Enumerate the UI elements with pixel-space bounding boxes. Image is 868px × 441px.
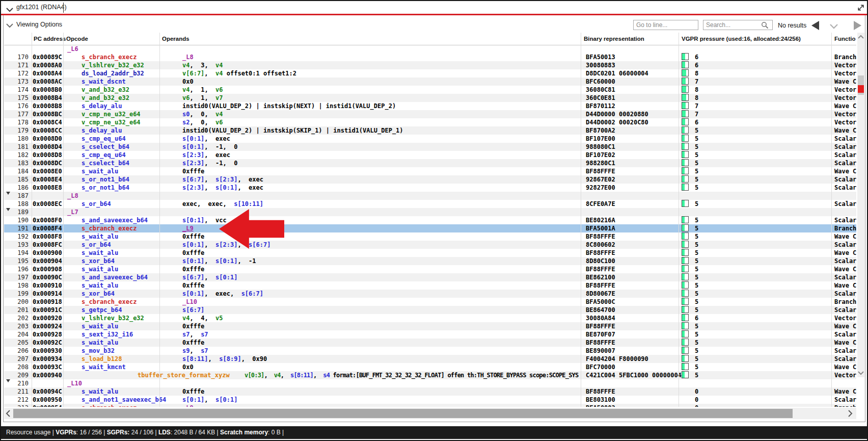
header-operands[interactable]: Operands [162,33,189,45]
disasm-row[interactable]: 1730x0008ACs_wait_dscnt0x0BFC600007Wave … [4,77,856,86]
collapse-triangle-icon[interactable] [6,379,10,382]
disasm-row[interactable]: 1860x0008E8s_or_not1_b64s[2:3], s[0:1], … [4,184,856,192]
disasm-row[interactable]: 2000x000918s_cbranch_execz_L10BFA5000C5B… [4,298,856,306]
disasm-row[interactable]: 1930x0008FCs_or_b64s[0:1], s[2:3], s[6:7… [4,241,856,249]
collapse-triangle-icon[interactable] [6,208,10,211]
vgpr-pressure-bar [682,298,689,305]
disasm-row[interactable]: 1750x0008B4v_and_b32_e32v6, 1, v7360C0E8… [4,94,856,102]
collapse-triangle-icon[interactable] [6,192,10,195]
branch-target-link[interactable]: _L9 [182,225,194,232]
disasm-row[interactable]: 1980x000910s_wait_alu0xfffeBF88FFFE5Wave… [4,281,856,290]
next-match-button[interactable] [854,21,861,30]
disasm-row[interactable]: 1900x0008F0s_and_saveexec_b64s[0:1], vcc… [4,216,856,224]
disasm-row[interactable]: 1800x0008D0s_cmp_eq_u64s[0:1], execBF107… [4,135,856,143]
disasm-row[interactable]: 1950x000904s_xor_b64s[0:1], s[0:1], -18D… [4,257,856,265]
scroll-down-icon[interactable] [857,369,864,376]
pc-address: 0x0008EC [33,200,62,208]
disasm-row[interactable]: 1810x0008D4s_cselect_b64s[0:1], -1, 0988… [4,143,856,151]
scroll-left-icon[interactable] [5,409,11,420]
disasm-row[interactable]: 1990x000914s_xor_b64s[0:1], exec, s[6:7]… [4,290,856,298]
opcode-cell: s_cselect_b64 [82,143,129,151]
label-row[interactable]: 189_L7 [4,208,856,216]
disasm-row[interactable]: 2120x000950s_and_not1_saveexec_b64s[0:1]… [4,396,856,404]
disasm-row[interactable]: 2030x000924s_wait_alu0xfffeBF88FFFE5Wave… [4,322,856,330]
branch-label[interactable]: _L6 [67,45,78,53]
horizontal-scrollbar-thumb[interactable] [13,409,793,418]
header-opcode[interactable]: Opcode [66,33,88,45]
disasm-row[interactable]: 2110x00094Cs_wait_alu0xfffeBF88FFFE0Wave… [4,387,856,396]
operands-cell: s[0:1], vcc [182,216,227,224]
opcode-cell: s_wait_alu [82,232,118,241]
header-vgpr-pressure[interactable]: VGPR pressure (used:16, allocated:24/256… [682,33,801,45]
opcode-cell: ds_load_2addr_b32 [82,69,144,77]
line-number: 171 [11,61,29,69]
branch-label[interactable]: _L8 [67,192,78,200]
disasm-row[interactable]: 2080x00093Cs_wait_kmcnt0x0BFC700005Wave … [4,363,856,371]
vgpr-pressure-bar-fill [682,86,686,92]
disasm-row[interactable]: 2060x000930s_mov_b32s9, s7BE8900075Scala… [4,347,856,355]
branch-label[interactable]: _L10 [67,379,82,387]
scroll-right-icon[interactable] [847,409,853,420]
viewing-options-chevron-icon[interactable] [6,21,14,30]
search-options-chevron-icon[interactable] [829,22,838,32]
goto-line-input[interactable] [633,20,698,30]
tab-chevron-down-icon[interactable] [6,5,14,14]
expand-diagonal-icon[interactable] [857,4,865,12]
disasm-row[interactable]: 1740x0008B0v_and_b32_e32v4, 1, v636080C8… [4,86,856,94]
operands-cell: 0xfffe [182,249,204,257]
disasm-row[interactable]: 2040x000928s_sext_i32_i16s7, s7BE870F075… [4,330,856,339]
previous-match-button[interactable] [811,21,819,30]
disasm-row[interactable]: 2010x00091Cs_getpc_b64s[6:7]BE8647005Sca… [4,306,856,314]
disasm-row[interactable]: 1940x000900s_wait_alu0xfffeBF88FFFE5Wave… [4,249,856,257]
pc-address: 0x0008FC [33,241,62,249]
operands-cell: instid0(VALU_DEP_2) | instskip(NEXT) | i… [182,102,396,110]
disasm-row[interactable]: 1780x0008C4v_cmp_ne_u32_e64s2, 0, v6D44D… [4,118,856,126]
disasm-row[interactable]: 1850x0008E4s_or_not1_b64s[6:7], s[2:3], … [4,175,856,184]
disassembly-window: gfx1201 (RDNA4) Viewing Options No resul… [0,0,868,441]
disasm-row[interactable]: 1970x00090Cs_and_saveexec_b64s[6:7], s[0… [4,273,856,281]
vgpr-pressure-value: 5 [695,298,698,306]
tab-title[interactable]: gfx1201 (RDNA4) [16,1,67,14]
binary-representation: 988280C1 [586,159,615,167]
disasm-row[interactable]: 1920x0008F8s_wait_alu0xfffeBF88FFFE5Wave… [4,232,856,241]
disasm-row[interactable]: 2130x000954s_cbranch_execz_L9BFA500020Br… [4,404,856,407]
vgpr-pressure-bar-fill [682,184,685,190]
disasm-row[interactable]: 1710x0008A0v_lshlrev_b32_e32v4, 3, v4300… [4,61,856,69]
branch-label[interactable]: _L7 [67,208,78,216]
pc-address: 0x000928 [33,330,62,339]
branch-target-link[interactable]: _L9 [182,404,194,407]
disasm-row[interactable]: 1820x0008D8s_cmp_eq_u64s[2:3], execBF107… [4,151,856,159]
header-binary[interactable]: Binary representation [584,33,644,45]
scroll-up-icon[interactable] [857,34,864,41]
pc-address: 0x0008F8 [33,232,62,241]
disasm-row[interactable]: 1790x0008CCs_delay_aluinstid0(VALU_DEP_2… [4,126,856,135]
disasm-row[interactable]: 1910x0008F4s_cbranch_execz_L9BFA5001A5Br… [4,224,856,232]
functional-unit: Scalar [834,347,856,355]
disasm-row[interactable]: 1760x0008B8s_delay_aluinstid0(VALU_DEP_2… [4,102,856,110]
vgpr-pressure-value: 5 [695,257,698,265]
viewing-options-label[interactable]: Viewing Options [16,19,62,30]
branch-target-link[interactable]: _L8 [182,54,194,61]
disasm-row[interactable]: 1960x000908s_wait_alu0xfffeBF88FFFE5Wave… [4,265,856,273]
header-pc-address[interactable]: PC address [34,33,66,45]
label-row[interactable]: 187_L8 [4,192,856,200]
disasm-row[interactable]: 1880x0008ECs_or_b64exec, exec, s[10:11]8… [4,200,856,208]
label-row[interactable]: _L6 [4,45,856,53]
disasm-row[interactable]: 1770x0008BCv_cmp_ne_u32_e64s0, 0, v4D44D… [4,110,856,118]
vgpr-pressure-bar-fill [682,135,685,141]
disasm-row[interactable]: 1830x0008DCs_cselect_b64s[2:3], -1, 0988… [4,159,856,167]
disasm-row[interactable]: 2050x00092Cs_wait_alu0xfffeBF88FFFE5Wave… [4,339,856,347]
disasm-row[interactable]: 2020x000920v_lshlrev_b32_e32v4, 4, v5300… [4,314,856,322]
disasm-row[interactable]: 1700x00089Cs_cbranch_execz_L8BFA500136Br… [4,53,856,61]
disasm-row[interactable]: 2070x000934s_load_b128s[8:11], s[8:9], 0… [4,355,856,363]
disasm-row[interactable]: 1720x0008A4ds_load_2addr_b32v[6:7], v4 o… [4,69,856,77]
disasm-row[interactable]: 2090x000940tbuffer_store_format_xyzwv[0:… [4,371,856,379]
line-number: 194 [11,249,29,257]
header-functional-unit[interactable]: Functio [834,33,856,45]
binary-representation: BF88FFFE [586,322,615,330]
resource-value: 24 / 106 | [129,429,158,436]
line-number: 205 [11,339,29,347]
disasm-row[interactable]: 1840x0008E0s_wait_alu0xfffeBF88FFFE5Wave… [4,167,856,175]
label-row[interactable]: 210_L10 [4,379,856,387]
branch-target-link[interactable]: _L10 [182,298,197,305]
